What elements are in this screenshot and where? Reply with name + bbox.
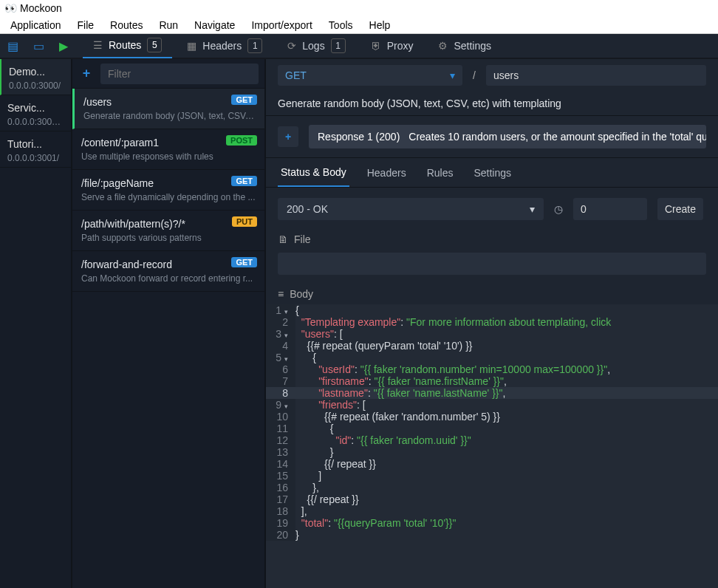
line-gutter: 1 ▾ [266,304,295,316]
route-item[interactable]: /usersGenerate random body (JSON, text, … [72,89,264,129]
line-gutter: 16 [266,482,295,493]
menu-tools[interactable]: Tools [321,18,360,33]
line-gutter: 20 [266,529,295,541]
menu-file[interactable]: File [70,18,102,33]
status-select[interactable]: 200 - OK ▾ [278,198,544,220]
env-addr: 0.0.0.0:3001/ [7,153,64,163]
route-item[interactable]: /path/with/pattern(s)?/*Path supports va… [72,211,264,251]
env-item[interactable]: Demo...0.0.0.0:3000/ [0,59,71,95]
tab-label: Logs [302,40,324,52]
subtab-status---body[interactable]: Status & Body [278,159,349,187]
gear-icon: ⚙ [438,40,448,52]
line-gutter: 2 [266,316,295,328]
route-item[interactable]: /forward-and-recordCan Mockoon forward o… [72,251,264,292]
tab-settings[interactable]: ⚙Settings [428,33,502,58]
method-badge: GET [231,176,257,186]
method-badge: PUT [232,216,257,227]
code-line[interactable]: "friends": [ [295,399,718,411]
line-gutter: 5 ▾ [266,352,295,363]
response-desc: Creates 10 random users, or the amount s… [408,131,706,143]
subtab-headers[interactable]: Headers [364,160,409,186]
tab-routes[interactable]: ☰Routes5 [83,33,172,58]
file-path-input[interactable] [278,253,706,275]
menu-routes[interactable]: Routes [103,18,150,33]
play-icon[interactable]: ▶ [59,39,68,53]
route-desc: Can Mockoon forward or record entering r… [81,273,256,284]
env-item[interactable]: Tutori...0.0.0.0:3001/ [0,131,71,168]
tab-label: Proxy [387,40,414,52]
file-section-head: 🗎 File [266,226,718,253]
code-line[interactable]: ] [295,470,718,482]
shield-icon: ⛨ [371,40,381,52]
app-icon: 👀 [4,2,16,14]
route-item[interactable]: /file/:pageNameServe a file dynamically … [72,170,264,211]
route-path: /path/with/pattern(s)?/* [81,218,256,230]
code-line[interactable]: { [295,423,718,434]
method-select[interactable]: GET ▾ [278,65,462,86]
code-line[interactable]: "firstname": "{{ faker 'name.firstName' … [295,375,718,387]
route-desc: Serve a file dynamically depending on th… [81,192,256,202]
route-desc: Path supports various patterns [81,233,256,243]
env-name: Servic... [7,102,64,114]
env-name: Tutori... [7,138,64,150]
response-selector[interactable]: Response 1 (200) Creates 10 random users… [309,125,706,148]
menu-importexport[interactable]: Import/export [244,18,319,33]
open-folder-icon[interactable]: ▭ [33,39,44,53]
path-input[interactable] [486,65,706,86]
code-line[interactable]: {{/ repeat }} [295,458,718,470]
code-line[interactable]: { [295,352,718,363]
line-gutter: 3 ▾ [266,328,295,340]
file-icon: 🗎 [278,233,288,245]
env-item[interactable]: Servic...0.0.0.0:3000... [0,95,71,131]
body-label: Body [290,288,313,300]
route-item[interactable]: /content/:param1Use multiple responses w… [72,129,264,170]
env-addr: 0.0.0.0:3000... [7,117,64,127]
tab-label: Routes [109,39,141,51]
tab-logs[interactable]: ⟳Logs1 [277,33,355,58]
tab-proxy[interactable]: ⛨Proxy [360,33,424,58]
code-line[interactable]: "userId": "{{ faker 'random.number' min=… [295,363,718,375]
env-sidebar: Demo...0.0.0.0:3000/Servic...0.0.0.0:300… [0,59,72,588]
headers-icon: ▦ [187,40,196,52]
code-line[interactable]: "lastname": "{{ faker 'name.lastName' }}… [295,387,718,399]
code-line[interactable]: { [295,304,718,316]
code-line[interactable]: "users": [ [295,328,718,340]
add-route-button[interactable]: + [72,59,100,89]
route-content: GET ▾ / Generate random body (JSON, text… [266,59,718,588]
route-path: /forward-and-record [81,259,256,270]
menu-application[interactable]: Application [3,18,69,33]
subtab-settings[interactable]: Settings [471,160,514,186]
line-gutter: 13 [266,446,295,458]
body-editor[interactable]: 1 ▾{2 "Templating example": "For more in… [266,304,718,588]
line-gutter: 10 [266,411,295,423]
menu-run[interactable]: Run [151,18,185,33]
filter-input[interactable] [100,64,259,84]
code-line[interactable]: "total": "{{queryParam 'total' '10'}}" [295,517,718,529]
line-gutter: 15 [266,470,295,482]
code-line[interactable]: } [295,446,718,458]
code-line[interactable]: }, [295,482,718,493]
status-value: 200 - OK [287,203,328,215]
line-gutter: 17 [266,493,295,505]
window-titlebar: 👀 Mockoon [0,0,718,16]
code-line[interactable]: ], [295,505,718,517]
file-label: File [294,233,311,245]
subtab-rules[interactable]: Rules [424,160,457,186]
code-line[interactable]: "Templating example": "For more informat… [295,316,718,328]
tab-headers[interactable]: ▦Headers1 [177,33,273,58]
route-path: /users [83,96,256,108]
code-line[interactable]: } [295,529,718,541]
line-gutter: 8 [266,387,295,399]
create-button[interactable]: Create [657,198,703,220]
code-line[interactable]: {{/ repeat }} [295,493,718,505]
code-line[interactable]: "id": "{{ faker 'random.uuid' }}" [295,434,718,446]
code-line[interactable]: {{# repeat (queryParam 'total' '10') }} [295,340,718,352]
delay-input[interactable] [573,198,647,220]
menu-help[interactable]: Help [362,18,398,33]
toolbar: ▤ ▭ ▶ ☰Routes5▦Headers1⟳Logs1⛨Proxy⚙Sett… [0,34,718,59]
new-env-icon[interactable]: ▤ [7,39,18,53]
menu-navigate[interactable]: Navigate [187,18,242,33]
tab-count: 1 [331,38,346,53]
add-response-button[interactable]: + [278,126,298,147]
code-line[interactable]: {{# repeat (faker 'random.number' 5) }} [295,411,718,423]
